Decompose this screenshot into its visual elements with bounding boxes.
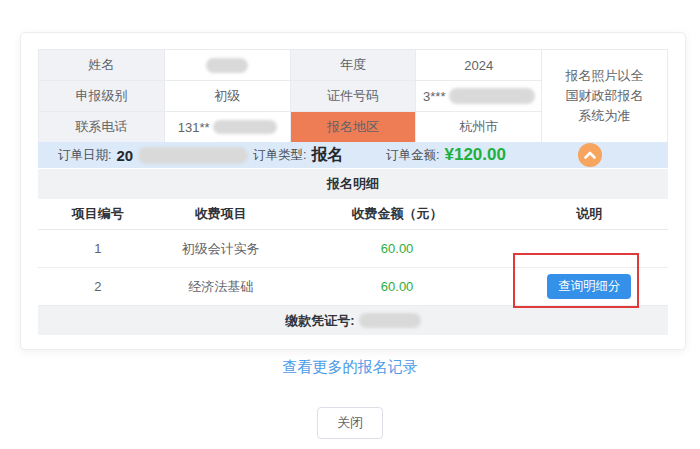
- order-amount-value: ¥120.00: [444, 145, 505, 165]
- table-row: 1 初级会计实务 60.00: [38, 230, 668, 268]
- close-button[interactable]: 关闭: [317, 407, 383, 439]
- order-date-label: 订单日期:: [58, 147, 111, 164]
- more-records-link-row: 查看更多的报名记录: [0, 358, 700, 377]
- id-number-label: 证件号码: [290, 81, 416, 112]
- phone-label: 联系电话: [39, 112, 165, 143]
- column-header-project-no: 项目编号: [38, 205, 158, 223]
- level-value: 初级: [164, 81, 290, 112]
- order-type-value: 报名: [311, 145, 343, 166]
- table-row: 2 经济法基础 60.00 查询明细分: [38, 268, 668, 306]
- name-label: 姓名: [39, 50, 165, 81]
- applicant-info-table: 姓名 年度 2024 报名照片以全国财政部报名系统为准 申报级别 初级 证件号码…: [38, 49, 668, 143]
- fee-item: 经济法基础: [158, 278, 284, 296]
- voucher-label: 缴款凭证号:: [285, 312, 354, 330]
- column-header-note: 说明: [510, 205, 668, 223]
- phone-prefix: 131**: [178, 120, 210, 135]
- project-no: 1: [38, 241, 158, 256]
- query-detail-score-button[interactable]: 查询明细分: [547, 274, 631, 299]
- id-number-value: 3***: [416, 81, 542, 112]
- fee-amount: 60.00: [284, 241, 511, 256]
- region-label-highlighted: 报名地区: [290, 112, 416, 143]
- order-amount: 订单金额: ¥120.00: [386, 145, 506, 165]
- masked-order-date: [138, 147, 248, 164]
- column-header-fee-item: 收费项目: [158, 205, 284, 223]
- column-header-fee-amount: 收费金额（元）: [284, 205, 511, 223]
- chevron-up-icon: [583, 150, 597, 160]
- order-type: 订单类型: 报名: [253, 145, 386, 166]
- project-no: 2: [38, 279, 158, 294]
- collapse-button[interactable]: [578, 143, 602, 167]
- registration-order-panel: 姓名 年度 2024 报名照片以全国财政部报名系统为准 申报级别 初级 证件号码…: [20, 32, 686, 350]
- close-button-row: 关闭: [0, 407, 700, 439]
- panel-content: 姓名 年度 2024 报名照片以全国财政部报名系统为准 申报级别 初级 证件号码…: [38, 49, 668, 335]
- year-label: 年度: [290, 50, 416, 81]
- masked-voucher-number: [359, 313, 421, 328]
- details-header-row: 项目编号 收费项目 收费金额（元） 说明: [38, 199, 668, 230]
- masked-id-value: [449, 88, 535, 104]
- payment-voucher-row: 缴款凭证号:: [38, 306, 668, 335]
- photo-note: 报名照片以全国财政部报名系统为准: [542, 50, 668, 143]
- table-row: 姓名 年度 2024 报名照片以全国财政部报名系统为准: [39, 50, 668, 81]
- fee-amount: 60.00: [284, 279, 511, 294]
- fee-item: 初级会计实务: [158, 240, 284, 258]
- region-value: 杭州市: [416, 112, 542, 143]
- name-value: [164, 50, 290, 81]
- order-date: 订单日期: 20: [58, 147, 253, 164]
- view-more-records-link[interactable]: 查看更多的报名记录: [283, 358, 418, 375]
- order-type-label: 订单类型:: [253, 147, 306, 164]
- masked-phone-value: [213, 120, 277, 134]
- level-label: 申报级别: [39, 81, 165, 112]
- note-cell: 查询明细分: [510, 274, 668, 299]
- phone-value: 131**: [164, 112, 290, 143]
- id-number-prefix: 3***: [423, 89, 445, 104]
- order-amount-label: 订单金额:: [386, 147, 439, 164]
- details-section-title: 报名明细: [38, 169, 668, 199]
- masked-name-value: [206, 58, 248, 73]
- order-summary-bar: 订单日期: 20 订单类型: 报名 订单金额: ¥120.00: [38, 142, 668, 168]
- order-date-prefix: 20: [116, 147, 133, 164]
- year-value: 2024: [416, 50, 542, 81]
